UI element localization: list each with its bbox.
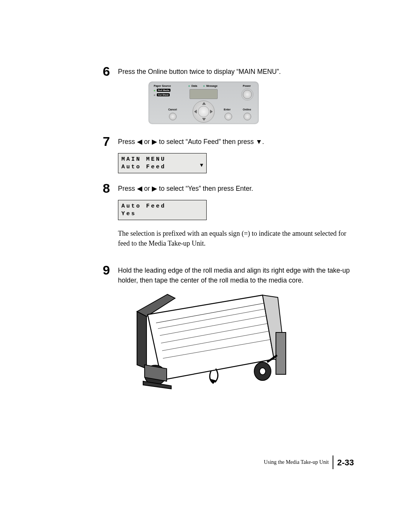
control-panel: Paper Source Roll Media Cut Sheet Data M… (148, 81, 259, 124)
label-paper-source: Paper Source (154, 85, 171, 87)
led-dot (188, 85, 190, 87)
footer-section: Using the Media Take-up Unit (264, 459, 329, 465)
txt: or (142, 185, 152, 192)
txt: to select “Auto Feed” then press (157, 138, 256, 145)
right-arrow-icon: ▶ (152, 185, 157, 192)
dial-right-icon (210, 110, 213, 113)
txt: Press (118, 185, 137, 192)
dial-left-icon (194, 110, 197, 113)
lcd-screen-icon (190, 89, 218, 99)
lcd-display-1: MAIN MENU Auto Feed ▼ (118, 153, 207, 173)
step-number: 8 (103, 182, 116, 195)
label-data: Data (191, 85, 197, 87)
right-arrow-icon: ▶ (152, 138, 157, 145)
step-number: 9 (103, 264, 116, 276)
lcd-line-1: Auto Feed (121, 203, 203, 210)
cancel-button-icon (169, 113, 177, 120)
svg-point-12 (260, 368, 266, 375)
printer-panel-illustration: Paper Source Roll Media Cut Sheet Data M… (148, 81, 354, 124)
online-button-icon (244, 113, 251, 120)
step-7: 7 Press ◀ or ▶ to select “Auto Feed” the… (103, 135, 354, 148)
step-text: Hold the leading edge of the roll media … (118, 264, 354, 285)
footer-divider (333, 455, 333, 469)
step-9: 9 Hold the leading edge of the roll medi… (103, 264, 354, 285)
led-dot (154, 90, 155, 91)
note-text: The selection is prefixed with an equals… (118, 228, 354, 248)
lcd-line-1: MAIN MENU (121, 156, 203, 163)
pill-cut-sheet: Cut Sheet (157, 93, 170, 96)
power-button-icon (243, 90, 252, 99)
step-6: 6 Press the Online button twice to displ… (103, 65, 354, 78)
txt: to select “Yes” then press Enter. (157, 185, 253, 192)
svg-marker-1 (137, 312, 147, 369)
pill-roll-media: Roll Media (157, 89, 170, 92)
label-online: Online (243, 108, 251, 111)
step-text: Press ◀ or ▶ to select “Auto Feed” then … (118, 135, 264, 147)
label-message: Message (206, 85, 218, 87)
left-arrow-icon: ◀ (137, 138, 142, 145)
down-arrow-icon: ▼ (256, 138, 262, 145)
down-arrow-icon: ▼ (200, 162, 203, 169)
step-8: 8 Press ◀ or ▶ to select “Yes” then pres… (103, 182, 354, 195)
lcd-line-2: Yes (121, 210, 203, 218)
left-arrow-icon: ◀ (137, 185, 142, 192)
enter-button-icon (225, 113, 232, 120)
lcd-line-2: Auto Feed (121, 163, 203, 171)
txt: Press (118, 138, 137, 145)
label-enter: Enter (224, 108, 231, 111)
page-number: 2-33 (337, 457, 354, 468)
dial-up-icon (202, 102, 206, 105)
dial-inner (198, 106, 209, 117)
step-text: Press ◀ or ▶ to select “Yes” then press … (118, 182, 253, 193)
led-dot (203, 85, 205, 87)
svg-rect-10 (276, 332, 286, 374)
step-number: 7 (103, 135, 116, 148)
manual-page: 6 Press the Online button twice to displ… (0, 0, 411, 532)
lcd-display-2: Auto Feed Yes (118, 200, 207, 220)
dial-down-icon (202, 118, 206, 121)
takeup-illustration (126, 291, 289, 390)
led-dot (154, 94, 155, 96)
step-number: 6 (103, 65, 116, 78)
page-footer: Using the Media Take-up Unit 2-33 (264, 455, 354, 469)
txt: or (142, 138, 152, 145)
step-text: Press the Online button twice to display… (118, 65, 281, 77)
label-cancel: Cancel (168, 108, 177, 111)
label-power: Power (243, 85, 251, 87)
txt: . (262, 138, 264, 145)
